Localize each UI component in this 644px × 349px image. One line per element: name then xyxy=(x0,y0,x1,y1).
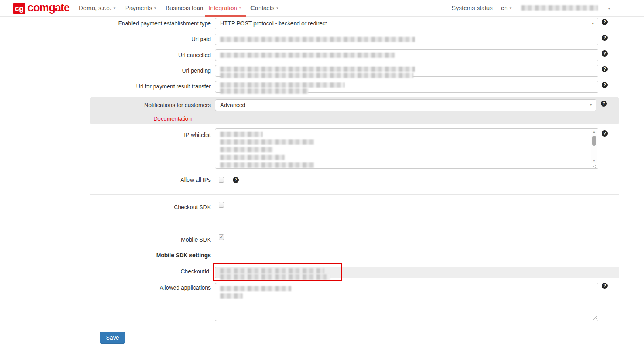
scrollbar[interactable]: ▲ ▼ xyxy=(591,130,597,163)
nav-item-business-loan[interactable]: Business loan xyxy=(166,0,203,16)
url-cancelled-label: Url cancelled xyxy=(90,52,211,58)
nav-item-label: Contacts xyxy=(250,4,274,11)
url-pending-label: Url pending xyxy=(90,67,211,74)
nav-item-label: Payments xyxy=(125,4,152,11)
notifications-label: Notifications for customers xyxy=(90,102,211,108)
documentation-link[interactable]: Documentation xyxy=(154,116,192,122)
payment-type-label: Enabled payment establishment type xyxy=(90,20,211,27)
redacted-text xyxy=(220,286,291,299)
scroll-down-icon[interactable]: ▼ xyxy=(591,159,597,162)
url-paid-label: Url paid xyxy=(90,36,211,42)
save-button[interactable]: Save xyxy=(100,332,125,344)
chevron-down-icon: ▾ xyxy=(114,6,116,10)
redacted-text xyxy=(220,132,314,168)
help-icon[interactable]: ? xyxy=(602,283,608,289)
resize-grip[interactable] xyxy=(592,163,597,168)
nav-item-label: Business loan xyxy=(166,4,203,11)
redacted-text xyxy=(220,37,415,42)
nav-item-label: Integration xyxy=(208,4,237,11)
allow-all-ips-checkbox[interactable] xyxy=(219,177,224,183)
redacted-text xyxy=(220,67,415,78)
allow-all-ips-label: Allow all IPs xyxy=(90,177,211,183)
help-icon[interactable]: ? xyxy=(602,50,608,57)
nav-item-contacts[interactable]: Contacts▾ xyxy=(250,0,278,16)
chevron-down-icon: ▾ xyxy=(239,6,241,10)
scroll-up-icon[interactable]: ▲ xyxy=(591,130,597,134)
allowed-applications-label: Allowed applications xyxy=(90,284,211,291)
nav-item-integration[interactable]: Integration▾ xyxy=(208,0,241,16)
chevron-down-icon: ▾ xyxy=(276,6,278,10)
help-icon[interactable]: ? xyxy=(233,177,239,183)
language-dropdown[interactable]: en▾ xyxy=(501,0,511,16)
checkout-sdk-label: Checkout SDK xyxy=(90,204,211,210)
chevron-down-icon: ▾ xyxy=(154,6,156,10)
systems-status-link[interactable]: Systems status xyxy=(452,0,493,16)
comgate-logo-icon[interactable]: cg xyxy=(13,3,25,14)
help-icon[interactable]: ? xyxy=(602,82,608,88)
help-icon[interactable]: ? xyxy=(602,35,608,41)
ip-whitelist-label: IP whitelist xyxy=(90,132,211,138)
url-cancelled-input[interactable] xyxy=(215,49,598,61)
nav-item-label: Demo, s.r.o. xyxy=(79,4,112,11)
allowed-applications-textarea[interactable] xyxy=(215,283,598,321)
mobile-sdk-checkbox[interactable]: ✓ xyxy=(219,234,224,240)
help-icon[interactable]: ? xyxy=(602,19,608,25)
checkout-id-label: CheckoutId: xyxy=(90,268,211,275)
scrollbar-thumb[interactable] xyxy=(592,136,596,146)
redacted-user-name xyxy=(521,5,598,11)
integration-settings-page: cg comgate Demo, s.r.o.▾ Payments▾ Busin… xyxy=(0,0,644,349)
help-icon[interactable]: ? xyxy=(602,66,608,72)
active-tab-underline xyxy=(205,15,246,17)
checkout-sdk-checkbox[interactable] xyxy=(219,202,224,208)
ip-whitelist-textarea[interactable]: ▲ ▼ xyxy=(215,128,598,169)
chevron-down-icon: ▾ xyxy=(608,0,610,17)
help-icon[interactable]: ? xyxy=(601,101,607,107)
section-divider xyxy=(90,194,619,195)
redacted-text xyxy=(220,53,395,58)
mobile-sdk-settings-heading: Mobile SDK settings xyxy=(90,252,211,259)
nav-item-payments[interactable]: Payments▾ xyxy=(125,0,156,16)
url-transfer-input[interactable] xyxy=(215,81,598,93)
resize-grip[interactable] xyxy=(592,315,597,320)
url-pending-input[interactable] xyxy=(215,65,598,77)
nav-item-company[interactable]: Demo, s.r.o.▾ xyxy=(79,0,115,16)
url-transfer-label: Url for payment result transfer xyxy=(90,83,211,90)
red-highlight-annotation xyxy=(213,263,342,281)
notifications-select[interactable]: Advanced ▾ xyxy=(215,99,596,111)
url-paid-input[interactable] xyxy=(215,34,598,45)
navbar: cg comgate Demo, s.r.o.▾ Payments▾ Busin… xyxy=(0,0,644,17)
mobile-sdk-label: Mobile SDK xyxy=(90,236,211,243)
chevron-down-icon: ▾ xyxy=(510,6,512,10)
payment-type-select[interactable]: HTTP POST protocol - backend or redirect… xyxy=(215,18,598,29)
help-icon[interactable]: ? xyxy=(602,130,608,137)
redacted-text xyxy=(220,82,345,94)
chevron-down-icon: ▾ xyxy=(592,18,594,29)
chevron-down-icon: ▾ xyxy=(590,100,592,111)
brand-text[interactable]: comgate xyxy=(27,2,69,14)
user-menu[interactable]: ▾ xyxy=(521,0,610,16)
section-divider xyxy=(90,225,619,225)
